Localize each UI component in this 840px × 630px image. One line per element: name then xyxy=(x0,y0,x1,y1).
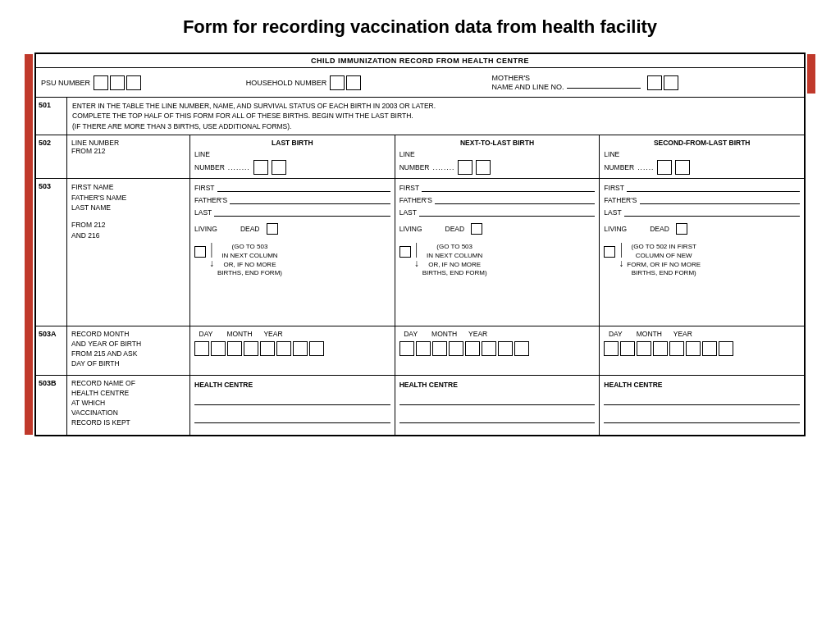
col1-year-box3[interactable] xyxy=(293,341,308,356)
col3-year-box4[interactable] xyxy=(719,341,733,356)
row-503b-line1: RECORD NAME OF xyxy=(71,379,185,389)
row-503a-line4: DAY OF BIRTH xyxy=(71,359,185,369)
col3-month-box2[interactable] xyxy=(653,341,668,356)
col1-living-checkbox[interactable] xyxy=(194,246,206,258)
col2-year-box1[interactable] xyxy=(465,341,480,356)
col1-year-box1[interactable] xyxy=(260,341,275,356)
col3-day-box2[interactable] xyxy=(620,341,635,356)
row-502-num: 502 xyxy=(36,135,67,178)
col3-arrow: | | ↓ xyxy=(619,243,623,269)
col3-year-box2[interactable] xyxy=(686,341,701,356)
row-502-col1: LAST BIRTH LINE NUMBER ........ xyxy=(190,135,395,178)
accent-bar-left xyxy=(25,54,33,435)
col2-box1[interactable] xyxy=(458,160,472,175)
col1-fathers-field[interactable] xyxy=(230,194,390,204)
col3-living-checkbox[interactable] xyxy=(604,246,615,258)
col1-first-row: FIRST xyxy=(194,182,390,192)
col2-dead-checkbox[interactable] xyxy=(471,223,482,235)
col3-day-box1[interactable] xyxy=(604,341,619,356)
household-section: HOUSEHOLD NUMBER xyxy=(246,75,492,90)
col3-last-field[interactable] xyxy=(624,207,800,217)
col1-dead-checkbox[interactable] xyxy=(267,223,278,235)
col1-day-box1[interactable] xyxy=(194,341,209,356)
col2-last-field[interactable] xyxy=(419,207,595,217)
row-503b-col2: HEALTH CENTRE xyxy=(395,376,600,435)
col1-month-box2[interactable] xyxy=(244,341,258,356)
col2-month-box2[interactable] xyxy=(449,341,463,356)
col1-box2[interactable] xyxy=(272,160,286,175)
col2-year-box2[interactable] xyxy=(482,341,496,356)
col3-dmy-header: DAY MONTH YEAR xyxy=(604,330,800,338)
col2-dots: ........ xyxy=(433,163,455,171)
col2-first-row: FIRST xyxy=(399,182,596,192)
col2-fathers-field[interactable] xyxy=(435,194,595,204)
col1-last-field[interactable] xyxy=(214,207,390,217)
col2-day-box2[interactable] xyxy=(416,341,431,356)
col1-day-box2[interactable] xyxy=(211,341,226,356)
row-503b-line3: AT WHICH xyxy=(71,399,185,409)
col2-day-box1[interactable] xyxy=(399,341,414,356)
col1-hc-line2[interactable] xyxy=(194,412,390,423)
row-503-col1: FIRST FATHER'S LAST LIVING DEAD xyxy=(190,179,395,326)
col2-dmy-boxes xyxy=(399,341,596,356)
col1-last-label: LAST xyxy=(194,208,212,217)
row-501-line3: (IF THERE ARE MORE THAN 3 BIRTHS, USE AD… xyxy=(72,121,799,131)
col3-hc-line1[interactable] xyxy=(604,394,800,405)
mothers-name-field[interactable] xyxy=(567,77,641,89)
row-503a-col1: DAY MONTH YEAR xyxy=(190,326,395,375)
col3-hc-label: HEALTH CENTRE xyxy=(604,381,800,389)
col1-year-box4[interactable] xyxy=(309,341,324,356)
psu-box-1[interactable] xyxy=(94,75,108,90)
col1-day-label: DAY xyxy=(194,330,217,338)
col1-dead-label: DEAD xyxy=(240,225,260,233)
col1-year-label: YEAR xyxy=(262,330,285,338)
row-503-label-from: FROM 212 xyxy=(71,220,185,231)
mothers-box-2[interactable] xyxy=(664,75,678,90)
col3-fathers-label: FATHER'S xyxy=(604,196,637,204)
col2-living-dead: LIVING DEAD xyxy=(399,223,596,235)
psu-label: PSU NUMBER xyxy=(41,79,90,87)
household-box-2[interactable] xyxy=(346,75,361,90)
col3-box2[interactable] xyxy=(675,160,690,175)
col1-first-field[interactable] xyxy=(217,182,390,192)
col2-number-label: NUMBER xyxy=(399,163,430,171)
col3-dead-checkbox[interactable] xyxy=(676,223,687,235)
col3-box1[interactable] xyxy=(657,160,672,175)
col2-first-field[interactable] xyxy=(422,182,595,192)
col1-month-box1[interactable] xyxy=(227,341,242,356)
col3-year-box1[interactable] xyxy=(669,341,684,356)
col2-living-checkbox[interactable] xyxy=(399,246,411,258)
mothers-box-1[interactable] xyxy=(647,75,662,90)
psu-box-3[interactable] xyxy=(126,75,141,90)
col2-box2[interactable] xyxy=(476,160,491,175)
row-501-line2: COMPLETE THE TOP HALF OF THIS FORM FOR A… xyxy=(72,111,799,121)
col2-year-box3[interactable] xyxy=(498,341,513,356)
psu-box-2[interactable] xyxy=(110,75,125,90)
col2-line-label: LINE xyxy=(399,150,415,158)
col3-year-box3[interactable] xyxy=(702,341,717,356)
col2-hc-line1[interactable] xyxy=(399,394,596,405)
col2-month-box1[interactable] xyxy=(432,341,447,356)
col1-year-box2[interactable] xyxy=(276,341,291,356)
col3-hc-line2[interactable] xyxy=(604,412,800,423)
col3-living-dead: LIVING DEAD xyxy=(604,223,800,235)
col2-last-row: LAST xyxy=(399,207,596,217)
col3-month-box1[interactable] xyxy=(637,341,651,356)
col3-fathers-field[interactable] xyxy=(640,194,800,204)
household-box-1[interactable] xyxy=(330,75,345,90)
col1-box1[interactable] xyxy=(253,160,268,175)
col3-first-field[interactable] xyxy=(627,182,800,192)
col1-dmy-boxes xyxy=(194,341,390,356)
row-503-col3: FIRST FATHER'S LAST LIVING DEAD xyxy=(600,179,804,326)
row-503-col2: FIRST FATHER'S LAST LIVING DEAD xyxy=(395,179,600,326)
mothers-line2: NAME AND LINE NO. xyxy=(491,83,564,92)
col1-number-label: NUMBER xyxy=(194,163,225,171)
row-503-label-and: AND 216 xyxy=(71,231,185,241)
row-501-line1: ENTER IN THE TABLE THE LINE NUMBER, NAME… xyxy=(72,101,799,111)
col2-hc-line2[interactable] xyxy=(399,412,596,423)
col1-hc-line1[interactable] xyxy=(194,394,390,405)
col2-year-box4[interactable] xyxy=(514,341,529,356)
col1-line-label: LINE xyxy=(194,150,210,158)
col3-living-label: LIVING xyxy=(604,225,627,233)
col2-goto-text: (GO TO 503IN NEXT COLUMNOR, IF NO MOREBI… xyxy=(422,243,487,278)
